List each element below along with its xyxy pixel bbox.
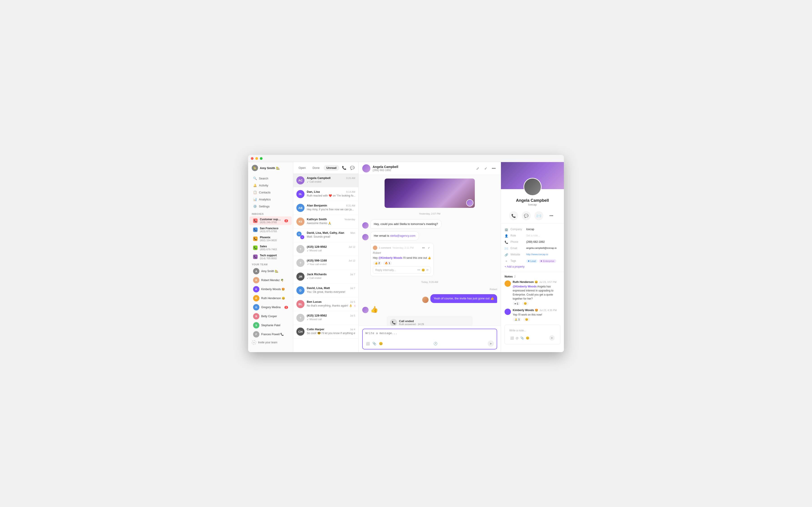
team-member-ruth[interactable]: R Ruth Henderson 😄 [250,294,292,302]
inbox-customer-support[interactable]: 📞 Customer support (628) 246-3765 2 [250,216,292,225]
team-member-robert[interactable]: R Robert Mendez 🌴 [250,276,292,284]
msg-avatar-incoming-2 [362,234,369,240]
conv-item-9[interactable]: BL Ben Lucas Jul 5 No that's everything,… [293,297,359,311]
invite-team[interactable]: + Invite your team [248,339,293,346]
contact-company: Icecap [504,203,560,206]
chat-check-btn[interactable]: ✓ [482,165,489,172]
conv-item-7[interactable]: JR Jack Richards Jul 7 ↙ Call ended [293,270,359,284]
conv-item-8[interactable]: D David, Lisa, Matt Jul 7 You: Ok great,… [293,284,359,297]
conv-item-0[interactable]: AC Angela Campbell 9:26 AM ↙ Call ended [293,174,359,187]
note-tool-emoji[interactable]: 😊 [526,336,529,340]
chat-header-info: Angela Campbell (269) 682-1892 [373,165,398,172]
tag-lead-label: Lead [530,260,536,263]
write-note-placeholder[interactable]: Write a note... [507,327,557,334]
tab-open[interactable]: Open [296,165,309,171]
emoji-btn[interactable]: 😊 [378,341,383,346]
note-actions: ••• ✓ [421,245,431,250]
contact-email-btn[interactable]: ✉️ [534,211,543,220]
send-btn[interactable]: ➤ [488,340,494,347]
tag-lead[interactable]: Lead [526,259,538,263]
field-value-email: angela.campbell@icecap.io [526,246,560,249]
conv-item-1[interactable]: DL Dan, Lisa 9:14 AM Ruth reacted with ❤… [293,187,359,201]
note-send-btn[interactable]: ➤ [549,335,555,341]
conv-top-0: Angela Campbell 9:26 AM [307,176,355,180]
nav-item-settings[interactable]: ⚙️ Settings [250,203,292,210]
contact-avatar [524,178,542,196]
note-more-btn[interactable]: ••• [421,245,426,250]
conv-item-3[interactable]: KS Kathryn Smith Yesterday Awesome thank… [293,215,359,229]
inbox-icon-customer: 📞 [253,218,258,223]
note-check-btn[interactable]: ✓ [427,245,431,250]
note-tool-at[interactable]: @ [516,336,519,340]
chat-input[interactable] [365,331,494,338]
conv-item-10[interactable]: ? (415) 128-9562 Jul 5 ↙ Missed call [293,311,359,325]
tab-done[interactable]: Done [310,165,322,171]
conv-time-11: Jul 4 [350,328,355,331]
minimize-button[interactable] [255,157,258,160]
conv-item-5[interactable]: ? (415) 128-9562 Jul 12 ↙ Missed call [293,242,359,256]
compose-btn[interactable]: 💬 [349,164,356,171]
conv-time-2: 8:31 AM [346,204,355,207]
note-reaction-2a[interactable]: 🙏 1 [513,318,522,322]
inbox-sales[interactable]: 📞 Sales (800) 676-7463 [250,243,292,252]
note-tool-attach[interactable]: 📎 [520,336,524,340]
conv-item-11[interactable]: CH Colin Harper Jul 4 So cool! 😎 I'll le… [293,325,359,339]
reaction-fire[interactable]: 🔥 1 [383,261,392,265]
reaction-thumbs[interactable]: 👍 2 [373,261,382,265]
nav-label-search: Search [259,177,268,180]
field-value-website[interactable]: http://www.icecap.io [526,253,560,256]
nav-label-activity: Activity [259,184,268,187]
contact-call-btn[interactable]: 📞 [509,211,518,220]
clock-btn[interactable]: 🕐 [433,341,438,346]
field-value-role[interactable]: Set a role... [526,234,560,237]
note-time-2: Jul 23, 4:35 PM [540,309,557,312]
conv-item-2[interactable]: AB Alan Benjamin 8:31 AM Hey Amy, if you… [293,201,359,215]
chat-expand-btn[interactable]: ⤢ [474,165,481,172]
tab-unread[interactable]: Unread [324,165,339,171]
team-member-amy[interactable]: A Amy Smith 🏡 [250,267,292,276]
team-member-stephanie[interactable]: S Stephanie Patel [250,321,292,330]
time-divider-today: Today, 9:26 AM [362,279,497,285]
nav-label-analytics: Analytics [259,198,271,201]
conv-body-9: Ben Lucas Jul 5 No that's everything, th… [307,300,355,307]
tags-row: Lead Enterprise [526,259,556,263]
note-reply-input[interactable]: Reply internally... ••• 😊 ⟳ [373,267,431,274]
team-avatar-kimberly: K [253,286,259,292]
phone-action-btn[interactable]: 📞 [341,164,347,171]
inbox-tech[interactable]: 📞 Tech support (514) 705-8002 [250,252,292,261]
note-item-1: Ruth Henderson 😄 Jul 23, 3:57 PM @Kimber… [504,280,560,305]
note-reaction-2b[interactable]: 😊 [523,318,530,322]
chat-more-btn[interactable]: ••• [490,165,497,172]
email-link[interactable]: stella@agency.com [390,234,416,237]
field-phone: 📞 Phone (269) 682-1892 [504,239,560,245]
note-reaction-1a[interactable]: •• 1 [513,302,520,305]
team-avatar-stephanie: S [253,322,259,329]
nav-item-contacts[interactable]: 📋 Contacts [250,189,292,196]
format-btn[interactable]: ⬜ [365,341,370,346]
inbox-sf[interactable]: 📞 San Francisco (415) 875-5793 [250,225,292,234]
conv-body-3: Kathryn Smith Yesterday Awesome thanks 🙏 [307,218,355,225]
contact-chat-btn[interactable]: 💬 [522,211,531,220]
tag-enterprise[interactable]: Enterprise [539,259,556,263]
add-property-btn[interactable]: + Add a property [504,264,560,269]
conv-name-0: Angela Campbell [307,176,330,180]
conv-item-6[interactable]: ? (415) 598-1168 Jul 12 ↗ Your call ende… [293,256,359,270]
attach-btn[interactable]: 📎 [372,341,377,346]
conv-item-4[interactable]: D 2 David, Lisa, Matt, Cathy, Alan Mon M… [293,229,359,242]
nav-item-activity[interactable]: 🔔 Activity [250,182,292,189]
chat-header: Angela Campbell (269) 682-1892 ⤢ ✓ ••• [359,162,501,175]
close-button[interactable] [251,157,254,160]
hero-avatar-overlay [466,199,474,207]
inbox-phoenix[interactable]: 📞 Phoenix (602) 154-9820 [250,234,292,243]
nav-item-analytics[interactable]: 📊 Analytics [250,196,292,203]
team-member-kimberly[interactable]: K Kimberly Woods 🤩 [250,285,292,293]
nav-item-search[interactable]: 🔍 Search [250,175,292,182]
maximize-button[interactable] [260,157,263,160]
team-member-frances[interactable]: F Frances Powell 📞 [250,330,292,339]
team-member-betty[interactable]: B Betty Cooper [250,312,292,321]
note-tool-format[interactable]: ⬜ [510,336,514,340]
contact-more-btn[interactable]: ••• [547,211,556,220]
note-reaction-1b[interactable]: 😊 [522,302,529,305]
inbox-info-sf: San Francisco (415) 875-5793 [260,227,288,233]
team-member-gregory[interactable]: G Gregory Medina 1 [250,303,292,312]
